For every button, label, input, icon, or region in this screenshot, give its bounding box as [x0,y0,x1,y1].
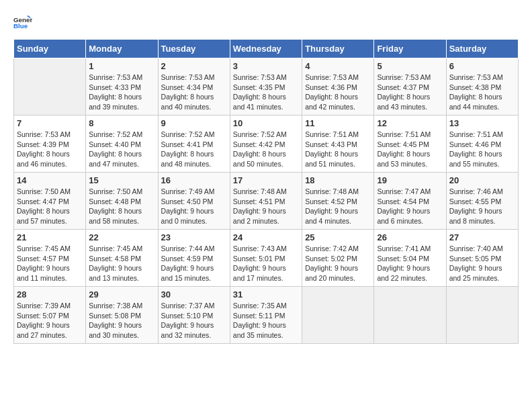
day-number: 7 [17,118,83,128]
day-number: 17 [233,175,299,185]
calendar-cell: 31Sunrise: 7:35 AMSunset: 5:11 PMDayligh… [230,287,302,344]
calendar-cell: 16Sunrise: 7:49 AMSunset: 4:50 PMDayligh… [158,173,230,230]
calendar-cell: 11Sunrise: 7:51 AMSunset: 4:43 PMDayligh… [302,116,374,173]
day-number: 28 [17,289,83,300]
calendar-cell: 10Sunrise: 7:52 AMSunset: 4:42 PMDayligh… [230,116,302,173]
day-info: Sunrise: 7:52 AMSunset: 4:41 PMDaylight:… [161,130,227,169]
day-number: 30 [161,289,227,300]
calendar-cell: 30Sunrise: 7:37 AMSunset: 5:10 PMDayligh… [158,287,230,344]
day-info: Sunrise: 7:53 AMSunset: 4:36 PMDaylight:… [305,73,371,112]
day-header-monday: Monday [86,40,158,58]
calendar-cell: 3Sunrise: 7:53 AMSunset: 4:35 PMDaylight… [230,58,302,116]
calendar-cell: 17Sunrise: 7:48 AMSunset: 4:51 PMDayligh… [230,173,302,230]
day-number: 12 [377,118,443,128]
calendar-cell: 20Sunrise: 7:46 AMSunset: 4:55 PMDayligh… [446,173,518,230]
calendar-cell [302,287,374,344]
calendar-week-row: 28Sunrise: 7:39 AMSunset: 5:07 PMDayligh… [14,287,519,344]
day-number: 15 [89,175,154,185]
day-header-sunday: Sunday [14,40,86,58]
day-number: 24 [233,232,299,242]
day-info: Sunrise: 7:53 AMSunset: 4:37 PMDaylight:… [377,73,443,112]
day-info: Sunrise: 7:35 AMSunset: 5:11 PMDaylight:… [233,301,299,340]
day-number: 20 [449,175,515,185]
day-number: 8 [89,118,154,128]
day-number: 25 [305,232,371,242]
calendar-week-row: 1Sunrise: 7:53 AMSunset: 4:33 PMDaylight… [14,58,519,116]
calendar-week-row: 14Sunrise: 7:50 AMSunset: 4:47 PMDayligh… [14,173,519,230]
day-number: 31 [233,289,299,300]
logo: General Blue [13,13,35,32]
day-number: 22 [89,232,154,242]
calendar-cell: 8Sunrise: 7:52 AMSunset: 4:40 PMDaylight… [86,116,158,173]
day-number: 29 [89,289,154,300]
calendar-cell: 2Sunrise: 7:53 AMSunset: 4:34 PMDaylight… [158,58,230,116]
calendar-cell [374,287,446,344]
day-number: 23 [161,232,227,242]
day-info: Sunrise: 7:42 AMSunset: 5:02 PMDaylight:… [305,244,371,283]
day-header-thursday: Thursday [302,40,374,58]
calendar-cell: 15Sunrise: 7:50 AMSunset: 4:48 PMDayligh… [86,173,158,230]
day-number: 27 [449,232,515,242]
day-info: Sunrise: 7:39 AMSunset: 5:07 PMDaylight:… [17,301,83,340]
calendar-cell: 6Sunrise: 7:53 AMSunset: 4:38 PMDaylight… [446,58,518,116]
day-header-friday: Friday [374,40,446,58]
calendar-cell: 25Sunrise: 7:42 AMSunset: 5:02 PMDayligh… [302,230,374,287]
day-info: Sunrise: 7:48 AMSunset: 4:51 PMDaylight:… [233,187,299,226]
calendar-cell: 1Sunrise: 7:53 AMSunset: 4:33 PMDaylight… [86,58,158,116]
calendar-cell: 5Sunrise: 7:53 AMSunset: 4:37 PMDaylight… [374,58,446,116]
day-number: 5 [377,61,443,71]
day-header-tuesday: Tuesday [158,40,230,58]
calendar-cell: 28Sunrise: 7:39 AMSunset: 5:07 PMDayligh… [14,287,86,344]
calendar-cell: 18Sunrise: 7:48 AMSunset: 4:52 PMDayligh… [302,173,374,230]
day-number: 16 [161,175,227,185]
day-header-saturday: Saturday [446,40,518,58]
day-info: Sunrise: 7:41 AMSunset: 5:04 PMDaylight:… [377,244,443,283]
calendar-cell: 4Sunrise: 7:53 AMSunset: 4:36 PMDaylight… [302,58,374,116]
day-info: Sunrise: 7:51 AMSunset: 4:45 PMDaylight:… [377,130,443,169]
day-info: Sunrise: 7:50 AMSunset: 4:48 PMDaylight:… [89,187,154,226]
day-number: 10 [233,118,299,128]
day-info: Sunrise: 7:46 AMSunset: 4:55 PMDaylight:… [449,187,515,226]
calendar-cell: 14Sunrise: 7:50 AMSunset: 4:47 PMDayligh… [14,173,86,230]
day-info: Sunrise: 7:53 AMSunset: 4:35 PMDaylight:… [233,73,299,112]
day-number: 9 [161,118,227,128]
calendar-cell [446,287,518,344]
calendar-cell: 7Sunrise: 7:53 AMSunset: 4:39 PMDaylight… [14,116,86,173]
day-number: 13 [449,118,515,128]
calendar-cell: 29Sunrise: 7:38 AMSunset: 5:08 PMDayligh… [86,287,158,344]
day-number: 14 [17,175,83,185]
day-info: Sunrise: 7:43 AMSunset: 5:01 PMDaylight:… [233,244,299,283]
day-number: 21 [17,232,83,242]
day-number: 18 [305,175,371,185]
day-info: Sunrise: 7:47 AMSunset: 4:54 PMDaylight:… [377,187,443,226]
logo-icon: General Blue [13,13,32,32]
calendar-cell: 27Sunrise: 7:40 AMSunset: 5:05 PMDayligh… [446,230,518,287]
day-number: 6 [449,61,515,71]
day-number: 2 [161,61,227,71]
day-info: Sunrise: 7:50 AMSunset: 4:47 PMDaylight:… [17,187,83,226]
calendar-cell: 19Sunrise: 7:47 AMSunset: 4:54 PMDayligh… [374,173,446,230]
calendar-cell: 23Sunrise: 7:44 AMSunset: 4:59 PMDayligh… [158,230,230,287]
calendar-week-row: 7Sunrise: 7:53 AMSunset: 4:39 PMDaylight… [14,116,519,173]
day-info: Sunrise: 7:53 AMSunset: 4:33 PMDaylight:… [89,73,154,112]
day-info: Sunrise: 7:49 AMSunset: 4:50 PMDaylight:… [161,187,227,226]
day-number: 3 [233,61,299,71]
calendar-cell: 13Sunrise: 7:51 AMSunset: 4:46 PMDayligh… [446,116,518,173]
calendar-cell: 12Sunrise: 7:51 AMSunset: 4:45 PMDayligh… [374,116,446,173]
day-info: Sunrise: 7:37 AMSunset: 5:10 PMDaylight:… [161,301,227,340]
calendar-table: SundayMondayTuesdayWednesdayThursdayFrid… [13,39,519,344]
day-header-wednesday: Wednesday [230,40,302,58]
day-number: 26 [377,232,443,242]
day-info: Sunrise: 7:45 AMSunset: 4:58 PMDaylight:… [89,244,154,283]
calendar-cell: 22Sunrise: 7:45 AMSunset: 4:58 PMDayligh… [86,230,158,287]
day-info: Sunrise: 7:40 AMSunset: 5:05 PMDaylight:… [449,244,515,283]
day-info: Sunrise: 7:45 AMSunset: 4:57 PMDaylight:… [17,244,83,283]
day-info: Sunrise: 7:53 AMSunset: 4:39 PMDaylight:… [17,130,83,169]
calendar-header-row: SundayMondayTuesdayWednesdayThursdayFrid… [14,40,519,58]
svg-text:Blue: Blue [13,22,28,30]
page-header: General Blue [13,13,519,32]
day-number: 19 [377,175,443,185]
day-info: Sunrise: 7:53 AMSunset: 4:34 PMDaylight:… [161,73,227,112]
day-info: Sunrise: 7:44 AMSunset: 4:59 PMDaylight:… [161,244,227,283]
calendar-cell [14,58,86,116]
